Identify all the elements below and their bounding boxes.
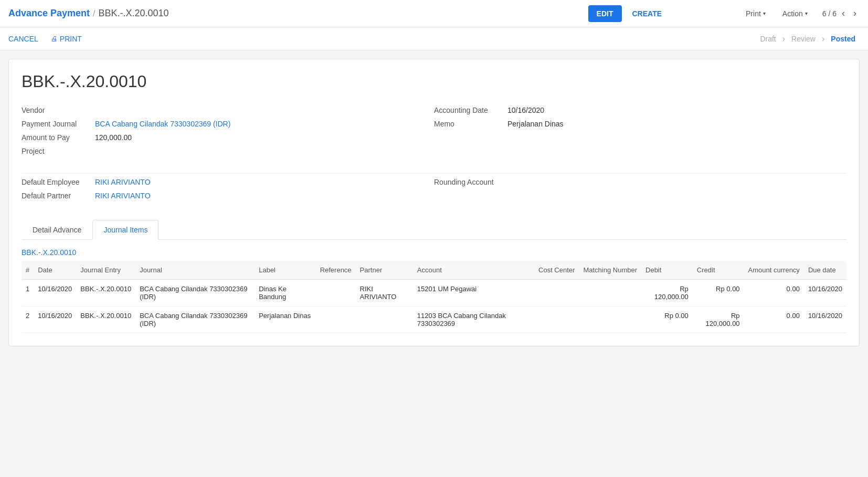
cancel-button[interactable]: CANCEL <box>8 31 38 46</box>
main-content: BBK.-.X.20.0010 Vendor Payment Journal B… <box>0 50 868 355</box>
sub-toolbar: CANCEL 🖨 PRINT Draft › Review › Posted <box>0 27 868 50</box>
memo-value: Perjalanan Dinas <box>507 120 564 128</box>
default-partner-row: Default Partner RIKI ARIVIANTO <box>22 192 417 200</box>
form-grid-top: Vendor Payment Journal BCA Cabang Ciland… <box>22 106 846 161</box>
default-partner-label: Default Partner <box>22 192 95 200</box>
table-header: # Date Journal Entry Journal Label Refer… <box>22 261 846 280</box>
default-partner-value[interactable]: RIKI ARIVIANTO <box>95 192 151 200</box>
col-journal: Journal <box>135 261 255 280</box>
form-card: BBK.-.X.20.0010 Vendor Payment Journal B… <box>8 59 860 346</box>
rounding-account-label: Rounding Account <box>434 178 507 186</box>
rounding-account-row: Rounding Account <box>434 178 830 186</box>
col-date: Date <box>34 261 76 280</box>
cell-cost-center-2 <box>534 306 579 333</box>
col-num: # <box>22 261 34 280</box>
cell-debit-1: Rp 120,000.00 <box>641 280 693 306</box>
payment-journal-row: Payment Journal BCA Cabang Cilandak 7330… <box>22 120 417 128</box>
print-sub-label: PRINT <box>60 35 82 43</box>
journal-section-link[interactable]: BBK.-.X.20.0010 <box>22 248 76 257</box>
amount-label: Amount to Pay <box>22 133 95 142</box>
nav-prev-button[interactable]: ‹ <box>839 6 848 21</box>
top-bar-actions: EDIT CREATE Print ▾ Action ▾ 6 / 6 ‹ › <box>588 5 860 22</box>
accounting-date-label: Accounting Date <box>434 106 507 114</box>
table-section: BBK.-.X.20.0010 # Date Journal Entry Jou… <box>22 248 846 333</box>
col-matching-number: Matching Number <box>579 261 641 280</box>
breadcrumb-separator: / <box>93 9 95 18</box>
create-button[interactable]: CREATE <box>626 5 669 22</box>
action-button[interactable]: Action ▾ <box>776 5 814 22</box>
status-draft: Draft <box>756 33 780 45</box>
breadcrumb-main[interactable]: Advance Payment <box>8 8 90 19</box>
project-row: Project <box>22 147 417 155</box>
print-button[interactable]: Print ▾ <box>739 5 772 22</box>
amount-value: 120,000.00 <box>95 133 132 142</box>
cell-date-2: 10/16/2020 <box>34 306 76 333</box>
accounting-date-row: Accounting Date 10/16/2020 <box>434 106 830 114</box>
default-employee-label: Default Employee <box>22 178 95 186</box>
action-chevron-icon: ▾ <box>805 10 808 16</box>
col-label: Label <box>255 261 315 280</box>
cell-journal-2: BCA Cabang Cilandak 7330302369 (IDR) <box>135 306 255 333</box>
cell-cost-center-1 <box>534 280 579 306</box>
cell-num-1: 1 <box>22 280 34 306</box>
status-flow: Draft › Review › Posted <box>756 33 860 45</box>
printer-icon: 🖨 <box>51 35 58 43</box>
cell-debit-2: Rp 0.00 <box>641 306 693 333</box>
cell-due-date-2: 10/16/2020 <box>804 306 846 333</box>
amount-row: Amount to Pay 120,000.00 <box>22 133 417 142</box>
cell-matching-number-1 <box>579 280 641 306</box>
cell-partner-2 <box>356 306 413 333</box>
print-label: Print <box>746 9 761 18</box>
journal-table: # Date Journal Entry Journal Label Refer… <box>22 261 846 333</box>
nav-counter: 6 / 6 ‹ › <box>822 6 860 21</box>
project-label: Project <box>22 147 95 155</box>
col-cost-center: Cost Center <box>534 261 579 280</box>
memo-label: Memo <box>434 120 507 128</box>
form-section2: Default Employee RIKI ARIVIANTO Default … <box>22 173 846 205</box>
cell-journal-entry-1: BBK.-.X.20.0010 <box>76 280 135 306</box>
col-credit: Credit <box>693 261 744 280</box>
cell-account-2: 11203 BCA Cabang Cilandak 7330302369 <box>413 306 534 333</box>
form-col-rounding: Rounding Account <box>434 178 846 205</box>
status-review: Review <box>787 33 820 45</box>
status-posted: Posted <box>827 33 860 45</box>
cell-credit-2: Rp 120,000.00 <box>693 306 744 333</box>
cell-journal-1: BCA Cabang Cilandak 7330302369 (IDR) <box>135 280 255 306</box>
accounting-date-value: 10/16/2020 <box>507 106 544 114</box>
table-row: 1 10/16/2020 BBK.-.X.20.0010 BCA Cabang … <box>22 280 846 306</box>
tab-journal-items[interactable]: Journal Items <box>92 220 158 240</box>
form-col-left: Vendor Payment Journal BCA Cabang Ciland… <box>22 106 434 161</box>
cell-journal-entry-2: BBK.-.X.20.0010 <box>76 306 135 333</box>
cell-label-2: Perjalanan Dinas <box>255 306 315 333</box>
memo-row: Memo Perjalanan Dinas <box>434 120 830 128</box>
tab-detail-advance[interactable]: Detail Advance <box>22 220 92 239</box>
col-debit: Debit <box>641 261 693 280</box>
cell-num-2: 2 <box>22 306 34 333</box>
cell-amount-currency-1: 0.00 <box>744 280 804 306</box>
default-employee-value[interactable]: RIKI ARIVIANTO <box>95 178 151 186</box>
top-bar: Advance Payment / BBK.-.X.20.0010 EDIT C… <box>0 0 868 27</box>
col-journal-entry: Journal Entry <box>76 261 135 280</box>
print-chevron-icon: ▾ <box>763 10 766 16</box>
cell-matching-number-2 <box>579 306 641 333</box>
doc-title: BBK.-.X.20.0010 <box>22 72 846 91</box>
payment-journal-value[interactable]: BCA Cabang Cilandak 7330302369 (IDR) <box>95 120 230 128</box>
status-arrow-1: › <box>782 34 785 44</box>
cell-reference-1 <box>316 280 356 306</box>
cell-account-1: 15201 UM Pegawai <box>413 280 534 306</box>
col-due-date: Due date <box>804 261 846 280</box>
table-body: 1 10/16/2020 BBK.-.X.20.0010 BCA Cabang … <box>22 280 846 333</box>
edit-button[interactable]: EDIT <box>588 5 622 22</box>
nav-next-button[interactable]: › <box>850 6 860 21</box>
form-col-right: Accounting Date 10/16/2020 Memo Perjalan… <box>434 106 846 161</box>
default-employee-row: Default Employee RIKI ARIVIANTO <box>22 178 417 186</box>
cell-reference-2 <box>316 306 356 333</box>
vendor-label: Vendor <box>22 106 95 114</box>
print-sub-button[interactable]: 🖨 PRINT <box>47 31 86 46</box>
tabs: Detail Advance Journal Items <box>22 220 846 240</box>
col-account: Account <box>413 261 534 280</box>
status-arrow-2: › <box>822 34 824 44</box>
breadcrumb: Advance Payment / BBK.-.X.20.0010 <box>8 8 588 19</box>
form-col-employee: Default Employee RIKI ARIVIANTO Default … <box>22 178 434 205</box>
col-reference: Reference <box>316 261 356 280</box>
